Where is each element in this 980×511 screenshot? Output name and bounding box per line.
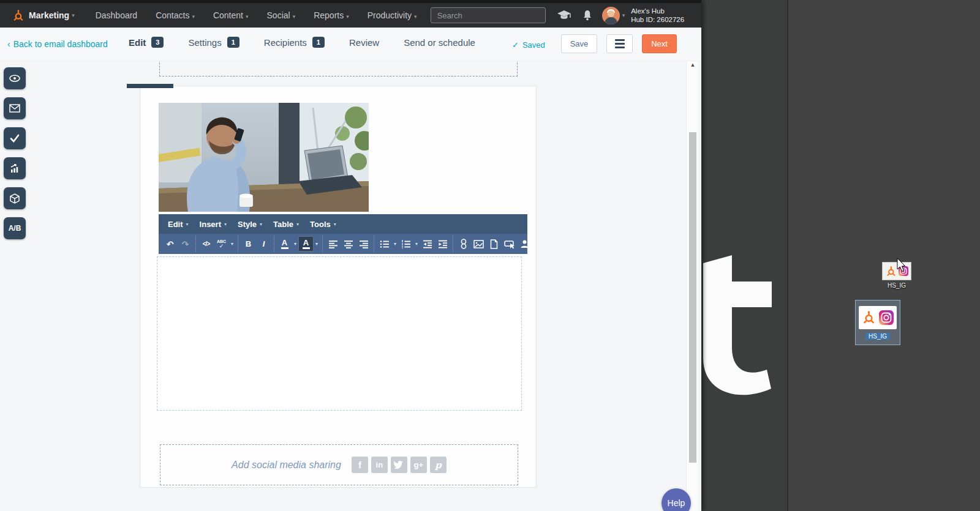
account-info[interactable]: Alex's Hub Hub ID: 2602726 [631,7,684,24]
notifications-bell-icon[interactable] [582,10,592,21]
nav-item-content[interactable]: Content▾ [213,10,249,20]
file-icon[interactable] [486,236,502,252]
pinterest-icon: p [430,457,447,473]
preview-eye-icon [9,74,20,83]
undo-icon[interactable]: ↶ [162,236,178,252]
email-body-card: Edit▾ Insert▾ Style▾ Table▾ Tools▾ ↶ ↷ <… [140,86,537,488]
more-actions-menu-button[interactable] [606,34,633,53]
spellcheck-icon[interactable]: ABC ✓ [214,236,229,252]
account-name: Alex's Hub [631,7,684,15]
rte-menu-edit[interactable]: Edit▾ [162,220,194,229]
check-icon: ✓ [512,40,519,50]
rte-menu-style[interactable]: Style▾ [232,220,268,229]
nav-item-productivity[interactable]: Productivity▾ [368,10,417,20]
saved-status: ✓Saved [512,40,545,50]
align-center-icon[interactable] [341,236,356,252]
social-sharing-module[interactable]: Add social media sharing f in g+ p [160,444,518,485]
hubspot-sprocket-icon [886,266,896,277]
search-input[interactable] [431,7,546,23]
rte-menu-tools[interactable]: Tools▾ [304,220,342,229]
screen: HS_IG [0,0,980,511]
caret-down-icon: ▾ [334,222,336,227]
nav-item-dashboard[interactable]: Dashboard [96,10,138,20]
hamburger-icon [615,39,625,41]
rich-text-editor: Edit▾ Insert▾ Style▾ Table▾ Tools▾ ↶ ↷ <… [159,214,527,254]
rail-ab-test-button[interactable]: A/B [4,217,26,239]
source-code-icon[interactable]: </> [198,236,214,252]
desktop-icon-large-thumbnail [859,306,897,329]
tab-edit[interactable]: Edit 3 [129,37,164,48]
save-button[interactable]: Save [561,34,597,53]
academy-cap-icon[interactable] [557,10,571,21]
tab-send-or-schedule[interactable]: Send or schedule [404,37,475,48]
caret-down-icon: ▾ [346,13,349,20]
caret-down-icon: ▾ [186,222,189,227]
tab-settings[interactable]: Settings 1 [188,37,239,48]
personalize-icon[interactable] [517,236,532,252]
font-color-icon[interactable]: A [277,236,292,252]
redo-icon[interactable]: ↷ [178,236,193,252]
tab-edit-badge: 3 [151,37,164,48]
back-to-dashboard-link[interactable]: ‹Back to email dashboard [7,39,108,49]
avatar[interactable] [602,7,620,24]
rail-preview-button[interactable] [4,67,26,89]
rte-menu-table[interactable]: Table▾ [268,220,304,229]
font-color-caret-icon[interactable]: ▾ [292,241,298,247]
email-text-editing-area[interactable] [157,256,522,411]
scroll-up-arrow-icon[interactable]: ▲ [687,62,699,71]
email-envelope-icon [9,104,20,113]
nav-brand-marketing[interactable]: Marketing [29,10,69,20]
tab-recipients-badge: 1 [312,37,325,48]
editor-tabs: Edit 3 Settings 1 Recipients 1 Review Se… [129,37,500,48]
numbered-list-icon[interactable] [398,236,413,252]
nav-item-social[interactable]: Social▾ [267,10,296,20]
tab-recipients[interactable]: Recipients 1 [264,37,325,48]
rail-optimize-button[interactable] [4,127,26,149]
rail-performance-button[interactable] [4,157,26,179]
nav-item-reports[interactable]: Reports▾ [314,10,349,20]
linkedin-icon: in [371,457,388,473]
italic-icon[interactable]: I [256,236,271,252]
ab-test-label: A/B [9,224,21,233]
caret-down-icon[interactable]: ▾ [622,12,625,18]
image-icon[interactable] [471,236,486,252]
outdent-icon[interactable] [420,236,435,252]
align-right-icon[interactable] [356,236,371,252]
caret-down-icon: ▾ [296,222,299,227]
bullet-list-caret-icon[interactable]: ▾ [392,241,398,247]
desktop-icon-large-label: HS_IG [865,333,890,340]
avatar-body [605,17,617,24]
browser-window: Marketing ▾ Dashboard Contacts▾ Content▾… [0,0,701,511]
link-icon[interactable] [456,236,471,252]
call-to-action-icon[interactable] [502,236,517,252]
caret-down-icon[interactable]: ▾ [72,12,75,18]
align-left-icon[interactable] [325,236,341,252]
desktop-icon-large-selected[interactable]: HS_IG [855,300,900,345]
background-color-icon[interactable]: A [298,236,314,252]
hubspot-sprocket-icon [862,311,875,324]
facebook-icon: f [352,457,368,473]
next-button[interactable]: Next [642,34,677,53]
account-hub-id: Hub ID: 2602726 [631,15,684,24]
rail-email-button[interactable] [4,97,26,119]
rte-menu-insert[interactable]: Insert▾ [194,220,232,229]
background-color-caret-icon[interactable]: ▾ [314,241,320,247]
rail-modules-button[interactable] [4,187,26,209]
active-tab-underline [127,84,173,88]
tab-settings-badge: 1 [227,37,239,48]
top-navigation-bar: Marketing ▾ Dashboard Contacts▾ Content▾… [0,0,701,28]
nav-item-contacts[interactable]: Contacts▾ [156,10,195,20]
caret-down-icon: ▾ [414,13,417,20]
scrollbar-thumb[interactable] [689,132,696,463]
tab-review[interactable]: Review [349,37,379,48]
numbered-list-caret-icon[interactable]: ▾ [413,241,420,247]
modules-cube-icon [10,193,20,204]
caret-down-icon: ▾ [246,13,249,20]
spellcheck-caret-icon[interactable]: ▾ [229,241,235,247]
email-hero-image[interactable] [159,103,369,212]
indent-icon[interactable] [435,236,450,252]
hubspot-sprocket-logo[interactable] [12,10,24,21]
bullet-list-icon[interactable] [377,236,392,252]
bold-icon[interactable]: B [241,236,256,252]
scrollbar-track[interactable]: ▲ [686,61,698,511]
